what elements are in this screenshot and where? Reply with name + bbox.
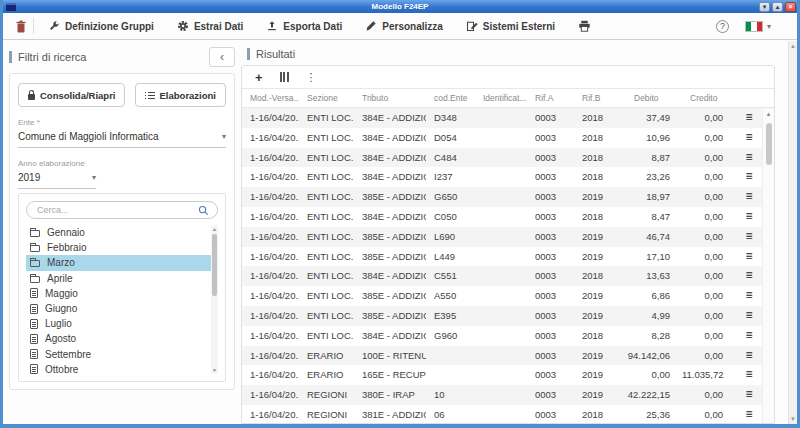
- table-row[interactable]: 1-16/04/20...ENTI LOC...385E - ADDIZIO..…: [242, 187, 774, 207]
- maximize-button[interactable]: ▴: [772, 2, 783, 12]
- month-item-febbraio[interactable]: Febbraio: [26, 240, 218, 255]
- elaborazioni-button[interactable]: Elaborazioni: [135, 83, 226, 107]
- table-row[interactable]: 1-16/04/20...ENTI LOC...385E - ADDIZIO..…: [242, 227, 774, 247]
- window-scrollbar[interactable]: ▲ ▼: [788, 41, 797, 424]
- table-row[interactable]: 1-16/04/20...REGIONI380E - IRAP100003201…: [242, 385, 774, 405]
- columns-button[interactable]: [280, 72, 289, 82]
- row-menu-icon[interactable]: ≡: [735, 266, 763, 286]
- print-button[interactable]: [578, 20, 591, 32]
- table-row[interactable]: 1-16/04/20...ENTI LOC...384E - ADDIZIO..…: [242, 266, 774, 286]
- consolida-riapri-button[interactable]: Consolida/Riapri: [18, 83, 125, 107]
- row-menu-icon[interactable]: ≡: [735, 286, 763, 306]
- delete-button[interactable]: [15, 20, 27, 33]
- definizione-gruppi-button[interactable]: Definizione Gruppi: [48, 20, 154, 32]
- table-row[interactable]: 1-16/04/20...ENTI LOC...385E - ADDIZIO..…: [242, 286, 774, 306]
- esporta-dati-button[interactable]: Esporta Dati: [266, 20, 342, 32]
- ente-select[interactable]: Comune di Maggioli Informatica ▾: [18, 127, 226, 148]
- scroll-down-icon[interactable]: ▼: [789, 416, 797, 422]
- column-header-8[interactable]: Credito: [682, 89, 735, 107]
- document-icon: [30, 364, 38, 374]
- minimize-button[interactable]: ▾: [759, 2, 770, 12]
- table-scrollbar[interactable]: ▲: [762, 109, 774, 423]
- cell-mod: 1-16/04/20...: [242, 286, 299, 306]
- cell-debito: 10,96: [626, 128, 682, 148]
- filters-sidebar: Filtri di ricerca ‹ Consolida/Riapri Ela…: [9, 47, 235, 390]
- row-menu-icon[interactable]: ≡: [735, 207, 763, 227]
- row-menu-icon[interactable]: ≡: [735, 385, 763, 405]
- personalizza-button[interactable]: Personalizza: [365, 20, 443, 32]
- column-header-5[interactable]: Rif.A: [527, 89, 574, 107]
- row-menu-icon[interactable]: ≡: [735, 306, 763, 326]
- scrollbar-thumb[interactable]: [212, 234, 217, 296]
- row-menu-icon[interactable]: ≡: [735, 108, 763, 128]
- row-menu-icon[interactable]: ≡: [735, 326, 763, 346]
- cell-credito: 0,00: [682, 187, 735, 207]
- row-menu-icon[interactable]: ≡: [735, 346, 763, 366]
- search-input[interactable]: [35, 204, 198, 216]
- folder-icon: [30, 276, 40, 283]
- row-menu-icon[interactable]: ≡: [735, 187, 763, 207]
- scrollbar-thumb[interactable]: [766, 123, 772, 165]
- table-row[interactable]: 1-16/04/20...ENTI LOC...385E - ADDIZIO..…: [242, 247, 774, 267]
- cell-identificativo: [475, 266, 527, 286]
- table-row[interactable]: 1-16/04/20...REGIONI381E - ADDIZIO...060…: [242, 405, 774, 424]
- cell-rif-b: 2019: [574, 346, 626, 366]
- scroll-up-icon[interactable]: ▲: [211, 226, 218, 232]
- month-item-ottobre[interactable]: Ottobre: [26, 362, 218, 374]
- table-row[interactable]: 1-16/04/20...ENTI LOC...384E - ADDIZIO..…: [242, 326, 774, 346]
- cell-identificativo: [475, 346, 527, 366]
- row-menu-icon[interactable]: ≡: [735, 227, 763, 247]
- month-item-marzo[interactable]: Marzo: [26, 255, 218, 270]
- table-row[interactable]: 1-16/04/20...ENTI LOC...384E - ADDIZIO..…: [242, 108, 774, 128]
- results-rows: 1-16/04/20...ENTI LOC...384E - ADDIZIO..…: [242, 108, 774, 424]
- row-menu-icon[interactable]: ≡: [735, 405, 763, 424]
- month-item-aprile[interactable]: Aprile: [26, 271, 218, 286]
- column-header-4[interactable]: Identificat...: [475, 89, 527, 107]
- language-selector[interactable]: ▾: [745, 21, 771, 32]
- cell-tributo: 384E - ADDIZIO...: [354, 167, 426, 187]
- search-box[interactable]: [26, 201, 218, 219]
- month-list-scrollbar[interactable]: ▲ ▼: [211, 225, 218, 374]
- column-header-7[interactable]: Debito: [626, 89, 682, 107]
- row-menu-icon[interactable]: ≡: [735, 365, 763, 385]
- grid-menu-button[interactable]: ⋮: [306, 72, 317, 83]
- month-item-luglio[interactable]: Luglio: [26, 316, 218, 331]
- cell-sezione: ENTI LOC...: [299, 108, 354, 128]
- column-header-3[interactable]: cod.Ente: [426, 89, 475, 107]
- table-row[interactable]: 1-16/04/20...ERARIO165E - RECUPE...00032…: [242, 365, 774, 385]
- table-row[interactable]: 1-16/04/20...ENTI LOC...384E - ADDIZIO..…: [242, 128, 774, 148]
- month-item-gennaio[interactable]: Gennaio: [26, 225, 218, 240]
- add-row-button[interactable]: +: [255, 71, 263, 84]
- anno-select[interactable]: 2019 ▾: [18, 168, 96, 189]
- close-button[interactable]: ×: [785, 2, 796, 12]
- row-menu-icon[interactable]: ≡: [735, 167, 763, 187]
- collapse-sidebar-button[interactable]: ‹: [209, 47, 235, 67]
- month-item-agosto[interactable]: Agosto: [26, 331, 218, 346]
- scroll-up-icon[interactable]: ▲: [789, 43, 797, 49]
- table-row[interactable]: 1-16/04/20...ENTI LOC...385E - ADDIZIO..…: [242, 306, 774, 326]
- row-menu-icon[interactable]: ≡: [735, 247, 763, 267]
- row-menu-icon[interactable]: ≡: [735, 148, 763, 168]
- sistemi-esterni-label: Sistemi Esterni: [483, 21, 555, 32]
- table-row[interactable]: 1-16/04/20...ENTI LOC...384E - ADDIZIO..…: [242, 148, 774, 168]
- help-button[interactable]: ?: [716, 20, 729, 33]
- row-menu-icon[interactable]: ≡: [735, 128, 763, 148]
- table-row[interactable]: 1-16/04/20...ENTI LOC...384E - ADDIZIO..…: [242, 207, 774, 227]
- column-header-0[interactable]: Mod.-Versa...: [242, 89, 299, 107]
- sistemi-esterni-button[interactable]: Sistemi Esterni: [466, 20, 555, 32]
- table-row[interactable]: 1-16/04/20...ERARIO100E - RITENUT...0003…: [242, 346, 774, 366]
- column-header-6[interactable]: Rif.B: [574, 89, 626, 107]
- cell-identificativo: [475, 227, 527, 247]
- scroll-up-icon[interactable]: ▲: [763, 111, 774, 117]
- estrai-dati-button[interactable]: Estrai Dati: [177, 20, 243, 32]
- month-item-maggio[interactable]: Maggio: [26, 286, 218, 301]
- ente-value: Comune di Maggioli Informatica: [18, 131, 159, 142]
- month-item-giugno[interactable]: Giugno: [26, 301, 218, 316]
- content-area: Filtri di ricerca ‹ Consolida/Riapri Ela…: [3, 41, 797, 424]
- column-header-1[interactable]: Sezione: [299, 89, 354, 107]
- cell-identificativo: [475, 207, 527, 227]
- column-header-2[interactable]: Tributo: [354, 89, 426, 107]
- scroll-down-icon[interactable]: ▼: [211, 367, 218, 373]
- month-item-settembre[interactable]: Settembre: [26, 347, 218, 362]
- table-row[interactable]: 1-16/04/20...ENTI LOC...384E - ADDIZIO..…: [242, 167, 774, 187]
